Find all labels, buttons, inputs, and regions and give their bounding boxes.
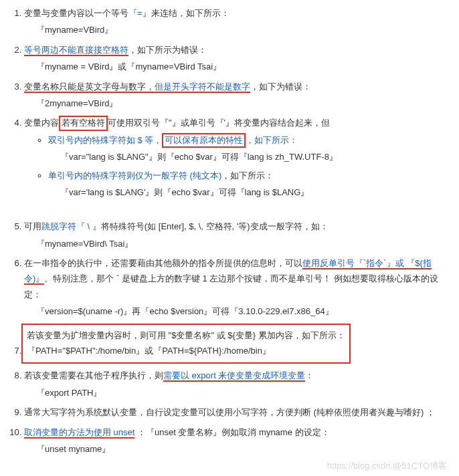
code-example: 『PATH="$PATH":/home/bin』或『PATH=${PATH}:/… [27, 346, 271, 356]
equals-sign: 『=』 [128, 8, 151, 18]
code-example: 『myname=VBird\ Tsai』 [24, 236, 447, 251]
text: 将特殊符号(如 [Enter], $, \, 空格符, '等)变成一般字符，如： [101, 221, 329, 231]
text: ：『unset 变量名称』例如取消 myname 的设定： [134, 427, 329, 437]
text: 变量内容 [24, 118, 59, 128]
sub-list: 双引号内的特殊字符如 $ 等，可以保有原本的特性，如下所示： 『var="lan… [24, 132, 447, 201]
text: ，如下所示为错误： [128, 45, 207, 55]
text: 可用 [24, 221, 41, 231]
sub-item-single-quote: 单引号内的特殊字符则仅为一般字符 (纯文本)，如下所示： 『var='lang … [48, 168, 447, 201]
code-example: 『var="lang is $LANG"』则『echo $var』可得『lang… [48, 149, 447, 164]
unset-emphasis: 取消变量的方法为使用 unset [24, 427, 134, 439]
text: 若该变量需要在其他子程序执行，则 [24, 370, 163, 380]
rule-item-4: 变量内容若有空格符可使用双引号『"』或单引号『'』将变量内容结合起来，但 双引号… [24, 115, 447, 215]
code-example: 『version=$(uname -r)』再『echo $version』可得『… [24, 304, 447, 319]
rule-item-2: 等号两边不能直接接空格符，如下所示为错误： 『myname = VBird』或『… [24, 42, 447, 75]
text: ，如下所示： [246, 135, 298, 145]
rule-emphasis: 但是开头字符不能是数字 [155, 82, 250, 93]
rule-list: 变量与变量内容以一个等号『=』来连结，如下所示： 『myname=VBird』 … [5, 5, 447, 457]
rule-heading: 等号两边不能直接接空格符 [24, 45, 128, 56]
text: 变量与变量内容以一个等号 [24, 8, 128, 18]
code-example: 『unset myname』 [24, 441, 447, 457]
text: ，如下为错误： [250, 82, 311, 92]
text: 在一串指令的执行中，还需要藉由其他额外的指令所提供的信息时，可以 [24, 258, 302, 268]
rule-item-5: 可用跳脱字符『 \ 』将特殊符号(如 [Enter], $, \, 空格符, '… [24, 219, 447, 251]
rule-text: 变量名称只能是英文字母与数字， [24, 82, 155, 93]
rule-item-9: 通常大写字符为系统默认变量，自行设定变量可以使用小写字符，方便判断 (纯粹依照使… [24, 404, 447, 420]
code-example: 『var='lang is $LANG'』则『echo $var』可得『lang… [48, 185, 447, 200]
highlight-box: 可以保有原本的特性 [162, 133, 246, 148]
sub-item-double-quote: 双引号内的特殊字符如 $ 等，可以保有原本的特性，如下所示： 『var="lan… [48, 132, 447, 165]
rule-item-6: 在一串指令的执行中，还需要藉由其他额外的指令所提供的信息时，可以使用反单引号『`… [24, 255, 447, 320]
code-example: 『2myname=VBird』 [24, 96, 447, 111]
sub-text: 双引号内的特殊字符如 $ 等， [48, 135, 162, 145]
text: 。特别注意，那个 ` 是键盘上方的数字键 1 左边那个按键，而不是单引号！ 例如… [24, 273, 438, 299]
text: 通常大写字符为系统默认变量，自行设定变量可以使用小写字符，方便判断 (纯粹依照使… [24, 407, 435, 417]
code-example: 『myname=VBird』 [24, 22, 447, 37]
escape-char: 跳脱字符『 \ 』 [41, 221, 101, 231]
code-example: 『myname = VBird』或『myname=VBird Tsai』 [24, 59, 447, 74]
text: ，如下所示： [221, 170, 274, 181]
text: 来连结，如下所示： [151, 8, 230, 18]
rule-item-1: 变量与变量内容以一个等号『=』来连结，如下所示： 『myname=VBird』 [24, 5, 447, 38]
export-emphasis: 需要以 export 来使变量变成环境变量 [163, 370, 305, 382]
highlight-box: 若有空格符 [59, 116, 108, 130]
watermark: https://blog.csdn.@51CTO博客 [327, 458, 447, 467]
sub-text: 单引号内的特殊字符则仅为一般字符 (纯文本) [48, 170, 221, 181]
rule-item-3: 变量名称只能是英文字母与数字，但是开头字符不能是数字，如下为错误： 『2myna… [24, 79, 447, 112]
highlight-big-box: 若该变量为扩增变量内容时，则可用 "$变量名称" 或 ${变量} 累加内容，如下… [21, 324, 351, 364]
text: 若该变量为扩增变量内容时，则可用 "$变量名称" 或 ${变量} 累加内容，如下… [27, 330, 345, 340]
rule-item-7: 若该变量为扩增变量内容时，则可用 "$变量名称" 或 ${变量} 累加内容，如下… [24, 324, 447, 364]
text: ： [305, 370, 314, 380]
code-example: 『export PATH』 [24, 385, 447, 400]
rule-item-10: 取消变量的方法为使用 unset ：『unset 变量名称』例如取消 mynam… [24, 425, 447, 457]
text: 可使用双引号『"』或单引号『'』将变量内容结合起来，但 [108, 118, 330, 128]
rule-item-8: 若该变量需要在其他子程序执行，则需要以 export 来使变量变成环境变量： 『… [24, 368, 447, 400]
